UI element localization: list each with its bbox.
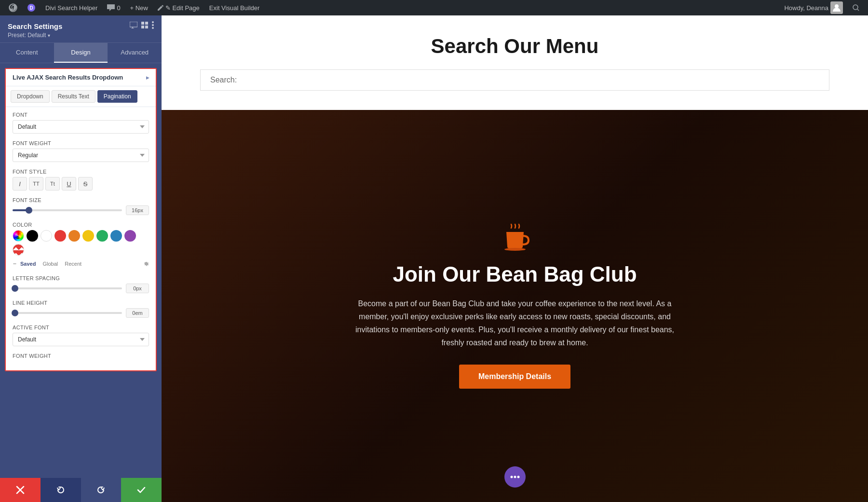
section-box: Live AJAX Search Results Dropdown ▸ Drop…	[5, 68, 157, 371]
font-style-row: Font Style I TT Tt U S	[13, 169, 149, 190]
coffee-icon	[346, 223, 684, 254]
color-recent-tab[interactable]: Recent	[63, 260, 83, 268]
redo-button[interactable]	[81, 478, 122, 502]
letter-spacing-label: Letter Spacing	[13, 275, 149, 281]
sidebar-title-row: Search Settings	[8, 21, 154, 31]
color-saved-tab[interactable]: Saved	[18, 260, 38, 268]
sidebar-more-icon[interactable]	[152, 21, 154, 31]
howdy-greeting[interactable]: Howdy, Deanna	[780, 0, 847, 15]
svg-point-20	[514, 476, 516, 478]
capitalize-btn[interactable]: Tt	[45, 177, 60, 190]
color-black-swatch[interactable]	[27, 230, 38, 242]
sidebar-screen-icon[interactable]	[130, 22, 137, 30]
floating-dots-button[interactable]	[504, 466, 526, 488]
color-white-swatch[interactable]	[41, 230, 52, 242]
search-input-wrap[interactable]: Search:	[200, 69, 829, 91]
svg-point-19	[510, 476, 513, 478]
divi-logo-item[interactable]: D	[23, 0, 40, 15]
svg-rect-6	[130, 22, 137, 27]
svg-point-4	[853, 5, 858, 10]
letter-spacing-value[interactable]	[126, 284, 149, 293]
comments-item[interactable]: 0	[103, 0, 124, 15]
tab-advanced[interactable]: Advanced	[108, 43, 162, 63]
form-section: Font Default Arial Georgia Font Weight R…	[6, 107, 156, 370]
letter-spacing-thumb[interactable]	[12, 285, 18, 292]
sidebar-content: Live AJAX Search Results Dropdown ▸ Drop…	[0, 63, 162, 478]
font-size-slider-row	[13, 205, 149, 215]
font-size-value[interactable]	[126, 205, 149, 215]
sub-tabs: Dropdown Results Text Pagination	[6, 86, 156, 107]
divi-search-helper-item[interactable]: Divi Search Helper	[41, 0, 101, 15]
dark-section-description: Become a part of our Bean Bag Club and t…	[346, 297, 684, 350]
sidebar-header: Search Settings Preset: Default ▾	[0, 15, 162, 43]
color-saved-row: ··· Saved Global Recent	[13, 258, 149, 269]
close-button[interactable]	[0, 478, 41, 502]
section-collapse-icon[interactable]: ▸	[146, 74, 149, 81]
tab-content[interactable]: Content	[0, 43, 54, 63]
sidebar-bottom-toolbar	[0, 478, 162, 502]
edit-page-item[interactable]: ✎ Edit Page	[154, 0, 203, 15]
font-label: Font	[13, 112, 149, 118]
svg-text:D: D	[29, 5, 33, 11]
line-height-value[interactable]	[126, 308, 149, 318]
svg-point-13	[152, 21, 154, 23]
sub-tab-dropdown[interactable]: Dropdown	[11, 90, 50, 103]
wp-logo-item[interactable]	[5, 0, 21, 15]
font-weight-label: Font Weight	[13, 140, 149, 146]
admin-bar-right: Howdy, Deanna	[780, 0, 863, 15]
exit-builder-item[interactable]: Exit Visual Builder	[205, 0, 264, 15]
strikethrough-btn[interactable]: S	[78, 177, 93, 190]
section-box-header: Live AJAX Search Results Dropdown ▸	[6, 69, 156, 86]
letter-spacing-slider-row	[13, 284, 149, 293]
active-font-select[interactable]: Default Arial	[13, 333, 149, 346]
sidebar: Search Settings Preset: Default ▾	[0, 15, 162, 502]
svg-point-3	[835, 4, 839, 8]
svg-rect-10	[145, 22, 148, 25]
membership-details-button[interactable]: Membership Details	[459, 365, 570, 389]
save-button[interactable]	[121, 478, 162, 502]
line-height-thumb[interactable]	[12, 310, 18, 316]
font-size-track	[13, 209, 122, 211]
color-blue-swatch[interactable]	[110, 230, 122, 242]
comments-badge: 0	[117, 4, 120, 12]
color-picker-swatch[interactable]	[13, 230, 24, 242]
font-row: Font Default Arial Georgia	[13, 112, 149, 134]
sidebar-header-icons	[130, 21, 154, 31]
italic-btn[interactable]: I	[13, 177, 27, 190]
color-settings-gear-icon[interactable]	[142, 260, 149, 268]
sub-tab-pagination[interactable]: Pagination	[97, 90, 137, 103]
font-weight2-row: Font Weight	[13, 353, 149, 359]
sub-tab-results-text[interactable]: Results Text	[52, 90, 95, 103]
font-weight-select[interactable]: Regular Bold Light	[13, 149, 149, 162]
active-font-label: Active Font	[13, 325, 149, 330]
search-title: Search Our Menu	[200, 35, 829, 58]
svg-rect-12	[145, 26, 148, 28]
svg-rect-11	[141, 26, 144, 28]
uppercase-btn[interactable]: TT	[29, 177, 43, 190]
underline-btn[interactable]: U	[62, 177, 76, 190]
tab-design[interactable]: Design	[54, 43, 108, 63]
main-layout: Search Settings Preset: Default ▾	[0, 15, 868, 502]
font-size-thumb[interactable]	[26, 207, 32, 214]
svg-point-18	[504, 248, 526, 251]
new-item[interactable]: + New	[126, 0, 152, 15]
color-red-swatch[interactable]	[54, 230, 66, 242]
font-select[interactable]: Default Arial Georgia	[13, 120, 149, 134]
sidebar-grid-icon[interactable]	[141, 22, 148, 30]
sidebar-preset[interactable]: Preset: Default ▾	[8, 32, 154, 39]
line-height-label: Line Height	[13, 300, 149, 306]
preview-area: Search Our Menu Search:	[162, 15, 868, 502]
sidebar-title: Search Settings	[8, 22, 62, 30]
admin-search-button[interactable]	[849, 0, 863, 15]
undo-button[interactable]	[41, 478, 81, 502]
color-global-tab[interactable]: Global	[41, 260, 60, 268]
color-purple-swatch[interactable]	[124, 230, 136, 242]
color-custom-stroke-swatch[interactable]	[13, 244, 24, 256]
color-green-swatch[interactable]	[96, 230, 108, 242]
dark-section: Join Our Bean Bag Club Become a part of …	[162, 110, 868, 502]
color-yellow-swatch[interactable]	[82, 230, 94, 242]
search-section: Search Our Menu Search:	[162, 15, 868, 110]
dark-content: Join Our Bean Bag Club Become a part of …	[346, 223, 684, 389]
color-more-dots[interactable]: ···	[13, 258, 15, 269]
color-orange-swatch[interactable]	[68, 230, 80, 242]
